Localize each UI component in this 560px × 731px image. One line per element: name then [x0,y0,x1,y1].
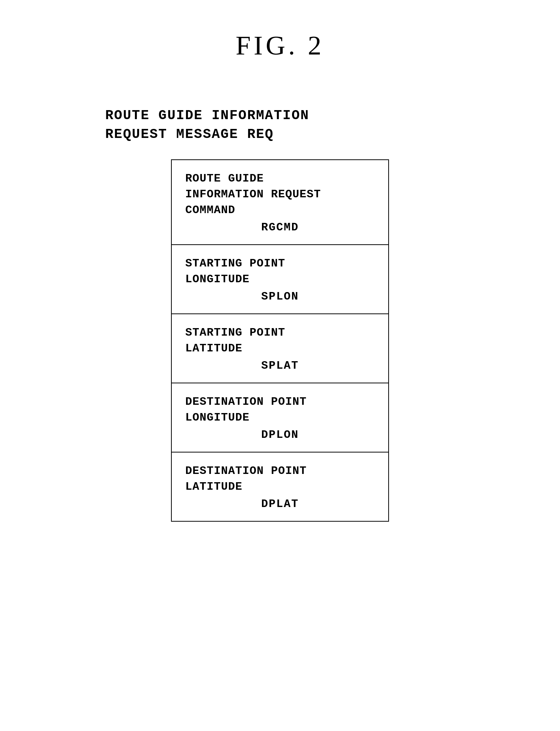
row-code: SPLAT [261,359,299,372]
row-code: SPLON [261,290,299,303]
row-title: STARTING POINT LONGITUDE [185,256,285,287]
row-title: STARTING POINT LATITUDE [185,325,285,356]
row-code: DPLON [261,428,299,441]
table-row: ROUTE GUIDE INFORMATION REQUEST COMMAND … [172,160,388,245]
table-row: STARTING POINT LONGITUDE SPLON [172,245,388,314]
row-code: DPLAT [261,498,299,510]
page-title: FIG. 2 [236,30,324,61]
row-title: DESTINATION POINT LONGITUDE [185,394,307,425]
table-row: STARTING POINT LATITUDE SPLAT [172,314,388,383]
row-title: ROUTE GUIDE INFORMATION REQUEST COMMAND [185,171,321,218]
section-label-line2: REQUEST MESSAGE REQ [105,125,309,144]
table-row: DESTINATION POINT LATITUDE DPLAT [172,453,388,521]
table-row: DESTINATION POINT LONGITUDE DPLON [172,383,388,453]
row-code: RGCMD [261,221,299,234]
section-label: ROUTE GUIDE INFORMATION REQUEST MESSAGE … [105,106,309,144]
message-table: ROUTE GUIDE INFORMATION REQUEST COMMAND … [171,159,389,522]
section-label-line1: ROUTE GUIDE INFORMATION [105,106,309,125]
row-title: DESTINATION POINT LATITUDE [185,463,307,495]
